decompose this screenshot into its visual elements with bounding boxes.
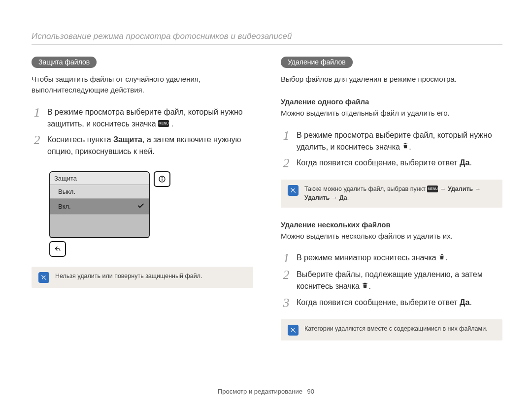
note-delete-many: Категории удаляются вместе с содержащими…: [281, 319, 502, 340]
trash-icon: [438, 252, 445, 264]
svg-rect-2: [162, 178, 162, 181]
step-number: 2: [32, 134, 42, 157]
trash-icon: [402, 141, 409, 153]
delete-one-lead: Можно выделить отдельный файл и удалить …: [281, 108, 502, 119]
check-icon: [137, 202, 145, 211]
option-off[interactable]: Выкл.: [50, 185, 149, 199]
menu-icon: MENU: [427, 185, 438, 192]
step-text: Когда появится сообщение, выберите ответ…: [297, 157, 472, 170]
step-text: В режиме просмотра выберите файл, которы…: [47, 106, 253, 130]
back-button[interactable]: [49, 241, 66, 257]
page-title: Использование режима просмотра фотоснимк…: [32, 31, 502, 45]
section-pill-delete: Удаление файлов: [281, 57, 353, 68]
note-delete-one: Также можно удалить файл, выбрав пункт M…: [281, 180, 502, 207]
step-text: В режиме просмотра выберите файл, которы…: [297, 129, 502, 154]
footer-page-number: 90: [307, 388, 314, 395]
trash-icon: [362, 280, 368, 292]
screen-title: Защита: [50, 172, 149, 185]
page-footer: Просмотр и редактирование 90: [0, 388, 532, 395]
note-protect: Нельзя удалить или повернуть защищенный …: [32, 267, 253, 288]
step-number: 1: [281, 129, 292, 154]
device-screen: Защита Выкл. Вкл.: [49, 171, 150, 238]
delete-many-steps: 1 В режиме миниатюр коснитесь значка . 2…: [281, 249, 502, 310]
device-mock: Защита Выкл. Вкл.: [49, 171, 170, 257]
step-number: 3: [281, 297, 292, 309]
protect-steps: 1 В режиме просмотра выберите файл, кото…: [32, 103, 253, 158]
note-text: Нельзя удалить или повернуть защищенный …: [55, 272, 202, 280]
note-icon: [288, 185, 299, 196]
step-text: В режиме миниатюр коснитесь значка .: [297, 252, 448, 265]
left-column: Защита файлов Чтобы защитить файлы от сл…: [32, 57, 253, 340]
delete-many-lead: Можно выделить несколько файлов и удалит…: [281, 231, 502, 242]
delete-many-head: Удаление нескольких файлов: [281, 220, 502, 229]
protect-intro: Чтобы защитить файлы от случайного удале…: [32, 74, 253, 95]
step-number: 1: [281, 252, 292, 265]
step-number: 1: [32, 106, 42, 130]
footer-section: Просмотр и редактирование: [218, 388, 302, 395]
option-on[interactable]: Вкл.: [50, 199, 149, 215]
svg-point-1: [162, 177, 163, 178]
right-column: Удаление файлов Выбор файлов для удалени…: [281, 57, 502, 340]
delete-one-steps: 1 В режиме просмотра выберите файл, кото…: [281, 126, 502, 171]
note-icon: [288, 325, 299, 336]
step-text: Когда появится сообщение, выберите ответ…: [297, 297, 472, 309]
note-text: Также можно удалить файл, выбрав пункт M…: [304, 185, 496, 202]
delete-one-head: Удаление одного файла: [281, 97, 502, 106]
note-icon: [38, 272, 49, 283]
menu-icon: MENU: [158, 120, 169, 127]
step-number: 2: [281, 269, 292, 293]
step-text: Выберите файлы, подлежащие удалению, а з…: [297, 269, 502, 293]
step-number: 2: [281, 157, 292, 170]
delete-intro: Выбор файлов для удаления в режиме просм…: [281, 74, 502, 85]
step-text: Коснитесь пункта Защита, а затем включит…: [47, 134, 253, 157]
note-text: Категории удаляются вместе с содержащими…: [304, 324, 488, 333]
section-pill-protect: Защита файлов: [32, 57, 97, 68]
info-button[interactable]: [154, 171, 170, 187]
